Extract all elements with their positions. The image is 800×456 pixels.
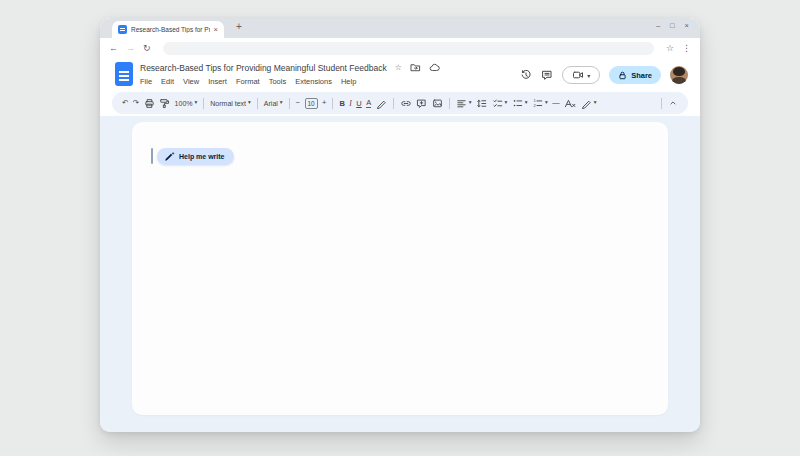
redo-button[interactable]: ↷ xyxy=(133,99,139,107)
decrease-font-size-button[interactable]: − xyxy=(296,99,300,107)
call-dropdown-caret-icon[interactable]: ▾ xyxy=(587,72,590,79)
align-button[interactable]: ▾ xyxy=(456,98,472,109)
browser-window: Research-Based Tips for Pro × + – □ × ← … xyxy=(100,18,700,432)
editing-mode-caret-icon: ▾ xyxy=(594,100,597,106)
help-me-write-label: Help me write xyxy=(179,153,225,160)
browser-tab[interactable]: Research-Based Tips for Pro × xyxy=(112,21,224,38)
editing-mode-button[interactable]: ▾ xyxy=(581,98,597,109)
video-camera-icon xyxy=(572,69,584,81)
clear-formatting-button[interactable] xyxy=(564,98,576,109)
docs-toolbar: ↶ ↷ 100% ▾ Normal text ▾ Arial ▾ xyxy=(112,92,688,114)
join-call-button[interactable]: ▾ xyxy=(562,66,600,84)
menu-extensions[interactable]: Extensions xyxy=(295,77,332,86)
tab-strip: Research-Based Tips for Pro × + – □ × xyxy=(100,18,700,38)
style-caret-icon: ▾ xyxy=(248,100,251,106)
version-history-icon[interactable] xyxy=(520,69,532,81)
toolbar-separator xyxy=(332,98,333,109)
window-minimize-button[interactable]: – xyxy=(656,22,660,30)
insert-link-button[interactable] xyxy=(400,98,412,109)
document-canvas: Help me write xyxy=(100,116,700,432)
menu-help[interactable]: Help xyxy=(341,77,356,86)
user-avatar[interactable] xyxy=(670,66,688,84)
share-button-label: Share xyxy=(631,71,652,80)
zoom-caret-icon: ▾ xyxy=(195,100,198,106)
toolbar-separator xyxy=(257,98,258,109)
line-spacing-button[interactable] xyxy=(476,98,487,109)
tab-close-icon[interactable]: × xyxy=(214,26,218,34)
move-folder-icon[interactable] xyxy=(410,62,421,73)
more-options-dash-icon[interactable]: — xyxy=(552,99,560,107)
address-row: ← → ↻ ☆ ⋮ xyxy=(100,38,700,58)
window-maximize-button[interactable]: □ xyxy=(670,22,675,30)
menu-tools[interactable]: Tools xyxy=(269,77,287,86)
add-comment-button[interactable] xyxy=(416,98,427,109)
star-document-icon[interactable]: ☆ xyxy=(395,64,402,72)
menu-file[interactable]: File xyxy=(140,77,152,86)
browser-menu-icon[interactable]: ⋮ xyxy=(682,44,691,53)
back-button[interactable]: ← xyxy=(109,44,118,53)
google-docs-icon[interactable] xyxy=(115,62,133,86)
italic-button[interactable]: I xyxy=(349,99,352,108)
font-value: Arial xyxy=(264,100,278,107)
paragraph-style-select[interactable]: Normal text ▾ xyxy=(210,100,251,107)
numbered-list-caret-icon: ▾ xyxy=(545,100,548,106)
paragraph-style-value: Normal text xyxy=(210,100,246,107)
share-button[interactable]: Share xyxy=(609,66,661,84)
lock-icon xyxy=(618,71,627,80)
underline-button[interactable]: U xyxy=(356,99,361,108)
text-color-button[interactable]: A xyxy=(366,99,371,108)
paint-format-button[interactable] xyxy=(159,98,170,109)
document-title[interactable]: Research-Based Tips for Providing Meanin… xyxy=(140,63,387,73)
new-tab-button[interactable]: + xyxy=(236,21,242,32)
bulleted-list-button[interactable]: ▾ xyxy=(512,98,528,109)
menu-format[interactable]: Format xyxy=(236,77,260,86)
docs-favicon-icon xyxy=(118,25,127,34)
toolbar-separator xyxy=(203,98,204,109)
window-close-button[interactable]: × xyxy=(685,22,689,30)
font-size-input[interactable]: 10 xyxy=(305,98,318,109)
toolbar-separator xyxy=(449,98,450,109)
toolbar-separator xyxy=(661,98,662,109)
docs-menu-bar: File Edit View Insert Format Tools Exten… xyxy=(140,77,356,86)
bookmark-star-icon[interactable]: ☆ xyxy=(666,44,674,53)
text-cursor xyxy=(151,148,153,164)
toolbar-separator xyxy=(393,98,394,109)
help-me-write-button[interactable]: Help me write xyxy=(157,148,234,165)
menu-edit[interactable]: Edit xyxy=(161,77,174,86)
menu-insert[interactable]: Insert xyxy=(208,77,227,86)
forward-button[interactable]: → xyxy=(126,44,135,53)
undo-button[interactable]: ↶ xyxy=(122,99,128,107)
document-page[interactable]: Help me write xyxy=(132,122,668,415)
reload-button[interactable]: ↻ xyxy=(143,44,151,53)
align-caret-icon: ▾ xyxy=(469,100,472,106)
zoom-select[interactable]: 100% ▾ xyxy=(175,100,198,107)
comments-icon[interactable] xyxy=(541,69,553,81)
hide-menus-button[interactable] xyxy=(668,98,678,108)
insert-image-button[interactable] xyxy=(432,98,443,109)
increase-font-size-button[interactable]: + xyxy=(322,99,326,107)
toolbar-area: ↶ ↷ 100% ▾ Normal text ▾ Arial ▾ xyxy=(100,92,700,116)
print-button[interactable] xyxy=(144,98,155,109)
magic-pencil-icon xyxy=(164,151,175,162)
docs-header: Research-Based Tips for Providing Meanin… xyxy=(100,58,700,92)
bulleted-list-caret-icon: ▾ xyxy=(525,100,528,106)
font-select[interactable]: Arial ▾ xyxy=(264,100,283,107)
numbered-list-button[interactable]: 12 ▾ xyxy=(532,98,548,109)
bold-button[interactable]: B xyxy=(339,99,344,108)
font-caret-icon: ▾ xyxy=(280,100,283,106)
tab-title: Research-Based Tips for Pro xyxy=(131,26,210,33)
menu-view[interactable]: View xyxy=(183,77,199,86)
cloud-status-icon[interactable] xyxy=(429,62,440,73)
address-bar-input[interactable] xyxy=(163,42,654,55)
checklist-caret-icon: ▾ xyxy=(505,100,508,106)
numbered-list-digit: 2 xyxy=(534,103,537,108)
checklist-button[interactable]: ▾ xyxy=(492,98,508,109)
zoom-value: 100% xyxy=(175,100,193,107)
highlight-color-button[interactable] xyxy=(376,98,387,109)
toolbar-separator xyxy=(289,98,290,109)
